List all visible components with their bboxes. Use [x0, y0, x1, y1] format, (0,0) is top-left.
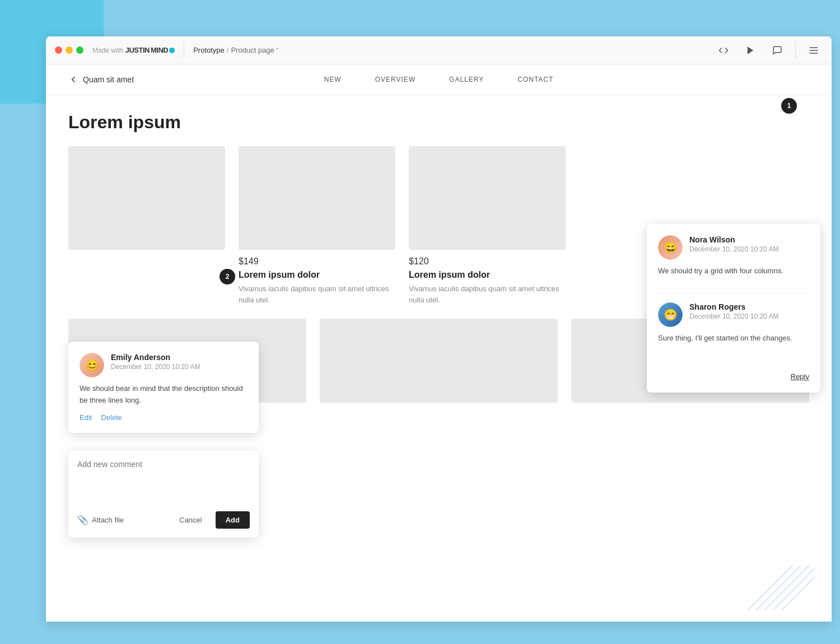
sharon-comment-header: 😁 Sharon Rogers December 10, 2020 10:20 …	[658, 302, 809, 327]
attach-file-button[interactable]: 📎 Attach file	[77, 515, 124, 525]
nav-links: NEW OVERVIEW GALLERY CONTACT	[324, 76, 554, 83]
product-desc-3: Vivamus iaculis dapibus quam sit amet ul…	[409, 283, 566, 305]
toolbar-divider	[184, 42, 184, 59]
nora-comment: 😄 Nora Wilson December 10, 2020 10:20 AM…	[658, 235, 809, 293]
nav-back-button[interactable]: Quam sit amet	[68, 74, 134, 85]
nav-back-label: Quam sit amet	[83, 75, 134, 84]
sharon-text: Sure thing, I'll get started on the chan…	[658, 333, 809, 344]
nav-link-new[interactable]: NEW	[324, 76, 342, 83]
nav-link-gallery[interactable]: GALLERY	[449, 76, 484, 83]
nora-comment-header: 😄 Nora Wilson December 10, 2020 10:20 AM	[658, 235, 809, 260]
close-button[interactable]	[55, 46, 62, 54]
traffic-lights	[55, 46, 83, 54]
badge-2-number: 2	[226, 273, 230, 281]
product-desc-2: Vivamus iaculis dapibus quam sit amet ul…	[239, 283, 395, 305]
emily-avatar: 😊	[80, 353, 104, 377]
product-image-1	[68, 146, 225, 250]
sharon-name: Sharon Rogers	[689, 302, 778, 311]
cancel-button[interactable]: Cancel	[172, 512, 208, 528]
play-icon[interactable]	[741, 41, 759, 59]
emily-date: December 10, 2020 10:20 AM	[111, 363, 200, 371]
emily-actions: Edit Delete	[80, 413, 248, 422]
emily-info: Emily Anderson December 10, 2020 10:20 A…	[111, 353, 200, 377]
product-name-3: Lorem ipsum dolor	[409, 270, 566, 280]
second-row-image-2	[320, 319, 558, 403]
nora-info: Nora Wilson December 10, 2020 10:20 AM	[689, 235, 778, 260]
comment-textarea[interactable]	[77, 460, 250, 505]
browser-window: Made with JUSTINMIND Prototype / Product…	[46, 36, 832, 622]
page-title: Lorem ipsum	[68, 112, 809, 133]
brand-name: JUSTIN	[125, 46, 150, 54]
svg-line-5	[756, 566, 801, 610]
nora-avatar-img: 😄	[658, 235, 683, 260]
decorative-lines	[748, 566, 815, 610]
paperclip-icon: 📎	[77, 515, 88, 525]
product-card-3: $120 Lorem ipsum dolor Vivamus iaculis d…	[409, 146, 566, 305]
comment-badge-1[interactable]: 1	[781, 98, 797, 114]
svg-marker-0	[748, 46, 754, 54]
made-with-label: Made with	[92, 46, 123, 54]
maximize-button[interactable]	[76, 46, 83, 54]
comment-icon[interactable]	[768, 41, 786, 59]
reply-button[interactable]: Reply	[791, 372, 809, 381]
svg-line-6	[764, 566, 809, 610]
minimize-button[interactable]	[66, 46, 73, 54]
product-card-1	[68, 146, 225, 305]
comment-badge-2[interactable]: 2	[220, 269, 235, 284]
attach-file-label: Attach file	[92, 516, 124, 524]
reply-section: Reply	[658, 369, 809, 381]
main-content: Lorem ipsum $149 Lorem ipsum dolor Vivam…	[46, 95, 832, 622]
badge-1-number: 1	[787, 102, 791, 110]
comment-popup-emily: 😊 Emily Anderson December 10, 2020 10:20…	[68, 342, 259, 433]
breadcrumb-separator: /	[227, 46, 229, 54]
brand-dot	[169, 48, 175, 53]
toolbar-divider2	[795, 42, 796, 59]
emily-text: We should bear in mind that the descript…	[80, 383, 248, 407]
breadcrumb-page: Product page	[231, 46, 274, 54]
sharon-info: Sharon Rogers December 10, 2020 10:20 AM	[689, 302, 778, 327]
breadcrumb: Prototype / Product page	[193, 46, 274, 54]
emily-edit-link[interactable]: Edit	[80, 413, 92, 422]
code-icon[interactable]	[715, 41, 732, 59]
toolbar-collapse-chevron[interactable]: ⌃	[274, 46, 280, 54]
breadcrumb-prototype[interactable]: Prototype	[193, 46, 225, 54]
nav-link-contact[interactable]: CONTACT	[517, 76, 553, 83]
emily-comment-header: 😊 Emily Anderson December 10, 2020 10:20…	[80, 353, 248, 377]
second-row-card-2	[320, 319, 558, 403]
sharon-comment: 😁 Sharon Rogers December 10, 2020 10:20 …	[658, 302, 809, 360]
sharon-avatar-img: 😁	[658, 302, 683, 327]
emily-avatar-img: 😊	[80, 353, 104, 377]
nav-link-overview[interactable]: OVERVIEW	[375, 76, 416, 83]
nora-name: Nora Wilson	[689, 235, 778, 244]
product-name-2: Lorem ipsum dolor	[239, 270, 395, 280]
app-content: Quam sit amet NEW OVERVIEW GALLERY CONTA…	[46, 64, 832, 622]
nora-text: We should try a grid with four columns.	[658, 265, 809, 277]
product-image-3	[409, 146, 566, 250]
add-button[interactable]: Add	[216, 511, 250, 529]
product-image-2	[239, 146, 395, 250]
svg-line-4	[748, 566, 792, 610]
nora-date: December 10, 2020 10:20 AM	[689, 245, 778, 253]
add-comment-box: 📎 Attach file Cancel Add	[68, 451, 259, 538]
svg-line-7	[773, 568, 815, 610]
sharon-avatar: 😁	[658, 302, 683, 327]
sharon-date: December 10, 2020 10:20 AM	[689, 312, 778, 320]
comment-popup-right: 😄 Nora Wilson December 10, 2020 10:20 AM…	[647, 224, 820, 393]
nora-avatar: 😄	[658, 235, 683, 260]
svg-line-8	[781, 577, 815, 610]
justinmind-logo: JUSTINMIND	[125, 46, 175, 54]
product-price-3: $120	[409, 256, 566, 267]
browser-toolbar: Made with JUSTINMIND Prototype / Product…	[46, 36, 832, 64]
back-arrow-icon	[68, 74, 78, 85]
add-comment-footer: 📎 Attach file Cancel Add	[77, 511, 250, 529]
product-card-2: $149 Lorem ipsum dolor Vivamus iaculis d…	[239, 146, 395, 305]
product-price-2: $149	[239, 256, 395, 267]
menu-icon[interactable]	[805, 41, 823, 59]
emily-delete-link[interactable]: Delete	[101, 413, 122, 422]
toolbar-right	[715, 41, 823, 59]
nav-bar: Quam sit amet NEW OVERVIEW GALLERY CONTA…	[46, 64, 832, 95]
emily-name: Emily Anderson	[111, 353, 200, 362]
